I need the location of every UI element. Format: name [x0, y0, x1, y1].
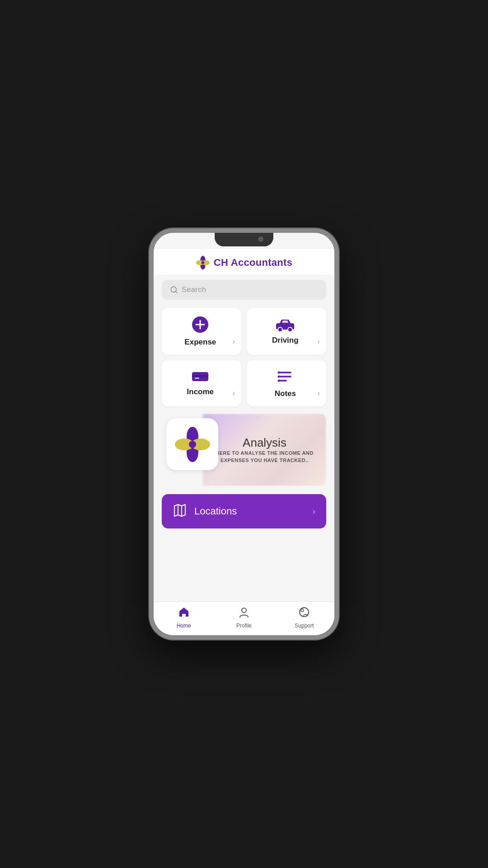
- expense-icon: [192, 316, 209, 333]
- nav-home-label: Home: [177, 623, 191, 629]
- search-bar[interactable]: Search: [162, 280, 326, 300]
- locations-chevron: ›: [313, 507, 315, 516]
- support-icon: [298, 606, 310, 621]
- driving-label: Driving: [272, 336, 299, 345]
- expense-card[interactable]: Expense ›: [162, 308, 241, 355]
- svg-point-19: [278, 372, 280, 374]
- locations-icon: [173, 503, 187, 519]
- expense-label: Expense: [184, 338, 216, 347]
- app-logo-icon: [196, 255, 210, 270]
- main-grid: Expense ›: [154, 305, 334, 409]
- svg-line-6: [175, 291, 177, 292]
- analysis-subtitle: HERE TO ANALYSE THE INCOME AND EXPENSES …: [203, 450, 326, 464]
- analysis-section[interactable]: Analysis HERE TO ANALYSE THE INCOME AND …: [162, 414, 326, 486]
- search-placeholder: Search: [182, 285, 206, 294]
- analysis-logo-overlay: [166, 418, 218, 470]
- svg-point-26: [189, 441, 196, 448]
- svg-point-11: [278, 327, 282, 331]
- svg-point-4: [202, 261, 204, 264]
- driving-card[interactable]: Driving ›: [247, 308, 326, 355]
- notes-card-content: Notes: [253, 368, 318, 398]
- svg-point-12: [288, 327, 292, 331]
- svg-point-29: [242, 608, 246, 613]
- app-header: CH Accountants: [154, 249, 334, 274]
- notes-icon: [277, 368, 293, 385]
- analysis-logo: [174, 426, 211, 462]
- notch: [215, 233, 273, 246]
- svg-rect-14: [192, 375, 208, 377]
- home-icon: [178, 606, 190, 621]
- svg-point-21: [278, 380, 280, 382]
- search-icon: [170, 286, 178, 294]
- app-title: CH Accountants: [214, 257, 293, 269]
- analysis-content: Analysis HERE TO ANALYSE THE INCOME AND …: [203, 414, 326, 486]
- nav-profile-label: Profile: [236, 623, 252, 629]
- svg-point-20: [278, 376, 280, 378]
- driving-card-content: Driving: [253, 318, 318, 345]
- svg-rect-15: [195, 377, 199, 379]
- camera-dot: [258, 236, 263, 242]
- screen: CH Accountants Search: [154, 233, 334, 635]
- nav-home[interactable]: Home: [154, 606, 214, 629]
- income-card-content: Income: [168, 370, 233, 396]
- notes-chevron: ›: [318, 389, 320, 397]
- profile-icon: [238, 606, 250, 621]
- nav-support[interactable]: Support: [274, 606, 334, 629]
- nav-profile[interactable]: Profile: [214, 606, 274, 629]
- notes-card[interactable]: Notes ›: [247, 360, 326, 406]
- analysis-title: Analysis: [243, 436, 286, 450]
- notes-label: Notes: [275, 389, 296, 398]
- bottom-nav: Home Profile: [154, 601, 334, 635]
- income-card[interactable]: Income ›: [162, 360, 241, 406]
- nav-support-label: Support: [295, 623, 314, 629]
- expense-card-content: Expense: [168, 316, 233, 347]
- income-label: Income: [187, 387, 214, 396]
- locations-label: Locations: [194, 505, 305, 517]
- income-chevron: ›: [233, 389, 235, 397]
- phone-frame: CH Accountants Search: [149, 228, 339, 640]
- driving-icon: [275, 318, 295, 331]
- expense-chevron: ›: [233, 338, 235, 346]
- driving-chevron: ›: [318, 338, 320, 346]
- locations-button[interactable]: Locations ›: [162, 494, 326, 528]
- svg-point-31: [301, 609, 304, 612]
- income-icon: [191, 370, 209, 383]
